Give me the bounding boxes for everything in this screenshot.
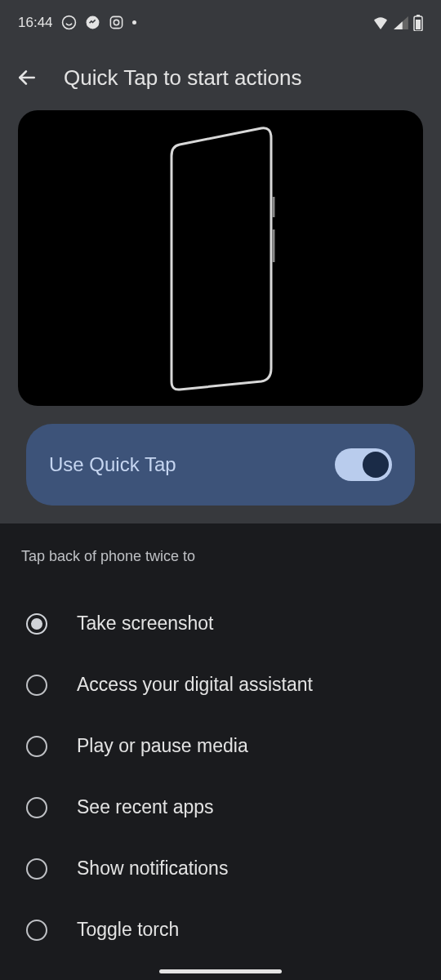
radio-button[interactable] bbox=[26, 797, 47, 818]
radio-item-4[interactable]: Show notifications bbox=[21, 838, 420, 899]
section-label: Tap back of phone twice to bbox=[21, 548, 420, 565]
toggle-switch[interactable] bbox=[335, 448, 392, 481]
radio-label: Play or pause media bbox=[77, 735, 248, 757]
radio-item-1[interactable]: Access your digital assistant bbox=[21, 654, 420, 715]
page-title: Quick Tap to start actions bbox=[64, 65, 301, 91]
radio-button[interactable] bbox=[26, 736, 47, 757]
radio-inner bbox=[31, 618, 42, 630]
wifi-icon bbox=[372, 16, 389, 29]
signal-icon bbox=[394, 16, 408, 29]
phone-preview bbox=[18, 110, 423, 406]
radio-label: Toggle torch bbox=[77, 919, 179, 941]
notification-dot bbox=[132, 20, 136, 24]
battery-icon bbox=[413, 15, 423, 31]
radio-label: Show notifications bbox=[77, 858, 228, 880]
preview-section bbox=[0, 110, 441, 406]
radio-item-5[interactable]: Toggle torch bbox=[21, 899, 420, 960]
status-bar: 16:44 bbox=[0, 0, 441, 45]
messenger-icon bbox=[85, 15, 100, 30]
whatsapp-icon bbox=[61, 15, 77, 30]
radio-item-2[interactable]: Play or pause media bbox=[21, 715, 420, 777]
toggle-section: Use Quick Tap bbox=[0, 406, 441, 523]
svg-rect-2 bbox=[110, 16, 122, 28]
toggle-label: Use Quick Tap bbox=[49, 453, 176, 476]
radio-item-0[interactable]: Take screenshot bbox=[21, 593, 420, 654]
radio-button[interactable] bbox=[26, 613, 47, 635]
svg-point-0 bbox=[62, 16, 75, 29]
quick-tap-toggle-card[interactable]: Use Quick Tap bbox=[26, 424, 415, 506]
radio-button[interactable] bbox=[26, 675, 47, 696]
radio-button[interactable] bbox=[26, 858, 47, 880]
radio-button[interactable] bbox=[26, 920, 47, 941]
status-time: 16:44 bbox=[18, 15, 53, 31]
instagram-icon bbox=[109, 15, 124, 30]
phone-illustration bbox=[155, 123, 286, 393]
navigation-bar[interactable] bbox=[159, 969, 282, 973]
radio-label: See recent apps bbox=[77, 796, 214, 818]
radio-item-3[interactable]: See recent apps bbox=[21, 777, 420, 838]
radio-list: Take screenshotAccess your digital assis… bbox=[21, 593, 420, 960]
svg-rect-6 bbox=[416, 20, 421, 29]
app-header: Quick Tap to start actions bbox=[0, 45, 441, 110]
radio-label: Take screenshot bbox=[77, 612, 213, 635]
status-left: 16:44 bbox=[18, 15, 136, 31]
svg-point-3 bbox=[114, 20, 118, 24]
switch-thumb bbox=[363, 452, 389, 478]
radio-label: Access your digital assistant bbox=[77, 674, 313, 696]
back-button[interactable] bbox=[16, 67, 38, 88]
options-content: Tap back of phone twice to Take screensh… bbox=[0, 523, 441, 960]
status-right bbox=[372, 15, 423, 31]
